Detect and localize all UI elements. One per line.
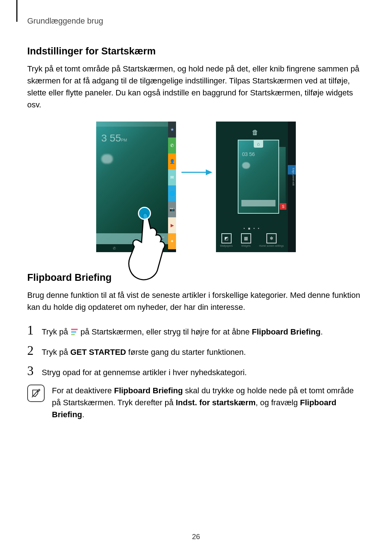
step-number: 1	[27, 324, 42, 337]
edge-mail-icon: ✉	[168, 169, 176, 185]
step2-a: Tryk på	[42, 348, 70, 357]
step1-b: på Startskærmen, eller stryg til højre f…	[78, 327, 252, 336]
briefing-stack-icon	[71, 329, 78, 336]
svg-marker-1	[206, 169, 212, 175]
figure-row: 3 55PM ★ ✆ 👤 ✉ 🌐 📷 ▶ ✦ 🎤 ✆ ∷	[27, 122, 365, 252]
step-1: 1 Tryk på på Startskærmen, eller stryg t…	[27, 324, 365, 338]
step-number: 2	[27, 344, 42, 357]
edge-star-icon: ★	[168, 122, 176, 138]
hand-gesture	[123, 207, 171, 287]
page-header: Grundlæggende brug	[27, 16, 365, 26]
step1-d: .	[320, 327, 323, 336]
step-text: Tryk på på Startskærmen, eller stryg til…	[42, 327, 323, 338]
edge-globe-icon: 🌐	[168, 185, 176, 201]
step-number: 3	[27, 365, 42, 377]
edge-edit-label: Edge panel edit	[292, 168, 295, 186]
note-g: .	[82, 410, 84, 419]
flipboard-tile-icon: S	[280, 203, 286, 210]
settings-label: Home screen settings	[259, 245, 284, 247]
wallpapers-button: ◩ Wallpapers	[220, 233, 233, 247]
touch-point-icon	[138, 207, 151, 220]
step-2: 2 Tryk på GET STARTED første gang du sta…	[27, 344, 365, 358]
preview-dock	[241, 200, 275, 206]
dock-phone-icon: ✆	[113, 246, 116, 250]
wallpapers-label: Wallpapers	[220, 245, 233, 247]
clock-widget: 3 55PM	[101, 132, 127, 144]
note-e: , og fravælg	[256, 398, 300, 407]
widgets-button: ▦ Widgets	[241, 233, 251, 247]
page-number: 26	[0, 533, 392, 541]
edge-phone-icon: ✆	[168, 138, 176, 153]
phone-screenshot-right: Edge panel edit 🗑 S ⌂ 03 56 • ■ • • ◩ Wa…	[216, 122, 296, 252]
step-3: 3 Stryg opad for at gennemse artikler i …	[27, 365, 365, 378]
edge-panel	[288, 122, 296, 252]
preview-clock: 03 56	[242, 151, 255, 157]
edge-contact-icon: 👤	[168, 153, 176, 169]
section2-body: Brug denne funktion til at få vist de se…	[27, 289, 365, 313]
step1-c: Flipboard Briefing	[252, 327, 320, 336]
note-b: Flipboard Briefing	[114, 386, 183, 395]
header-rule	[16, 0, 17, 22]
header-section-text: Grundlæggende brug	[27, 16, 365, 26]
clock-time: 3 55	[101, 132, 121, 144]
home-indicator-icon: ⌂	[254, 140, 263, 148]
step1-a: Tryk på	[42, 327, 70, 336]
page-dots: • ■ • •	[216, 226, 288, 230]
weather-widget	[101, 154, 113, 164]
widgets-label: Widgets	[241, 245, 250, 247]
section2-title: Flipboard Briefing	[27, 272, 365, 283]
homescreen-toolbar: ◩ Wallpapers ▦ Widgets ✻ Home screen set…	[216, 233, 288, 247]
steps-list: 1 Tryk på på Startskærmen, eller stryg t…	[27, 324, 365, 378]
step-text: Tryk på GET STARTED første gang du start…	[42, 347, 246, 358]
delete-panel-icon: 🗑	[252, 129, 258, 136]
note-box: For at deaktivere Flipboard Briefing ska…	[27, 385, 365, 420]
section1-body: Tryk på et tomt område på Startskærmen, …	[27, 63, 365, 111]
settings-icon: ✻	[266, 233, 277, 243]
settings-button: ✻ Home screen settings	[259, 233, 284, 247]
widgets-icon: ▦	[241, 233, 251, 243]
status-bar	[96, 122, 168, 127]
wallpapers-icon: ◩	[221, 233, 232, 243]
homescreen-preview: ⌂ 03 56	[238, 140, 279, 214]
section1-title: Indstillinger for Startskærm	[27, 46, 365, 57]
step2-c: første gang du starter funktionen.	[126, 348, 246, 357]
clock-ampm: PM	[121, 138, 127, 142]
step3-text: Stryg opad for at gennemse artikler i hv…	[42, 367, 247, 378]
step2-b: GET STARTED	[70, 348, 126, 357]
note-icon	[27, 385, 45, 402]
arrow-right-icon	[180, 167, 212, 178]
phone-screenshot-left: 3 55PM ★ ✆ 👤 ✉ 🌐 📷 ▶ ✦ 🎤 ✆ ∷	[96, 122, 176, 252]
preview-weather	[242, 162, 250, 169]
note-d: Indst. for startskærm	[176, 398, 256, 407]
side-edge-preview	[278, 147, 286, 205]
note-a: For at deaktivere	[52, 386, 114, 395]
note-text: For at deaktivere Flipboard Briefing ska…	[52, 385, 365, 420]
